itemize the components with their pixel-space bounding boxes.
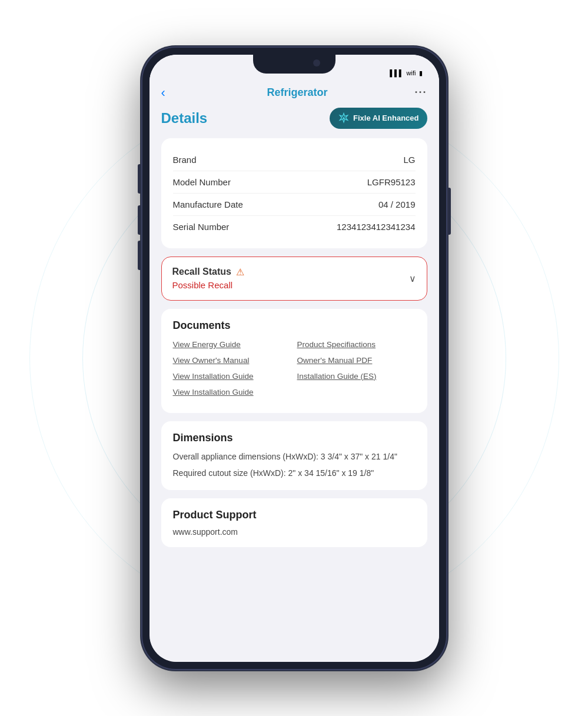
fixle-ai-icon (338, 112, 350, 124)
serial-label: Serial Number (173, 222, 230, 232)
product-support-title: Product Support (173, 509, 416, 521)
support-url[interactable]: www.support.com (173, 527, 416, 537)
dimensions-section: Dimensions Overall appliance dimensions … (161, 421, 427, 491)
brand-value: LG (403, 155, 415, 165)
detail-row-serial: Serial Number 1234123412341234 (173, 216, 416, 238)
svg-point-0 (343, 117, 344, 119)
page-title: Refrigerator (267, 86, 327, 99)
status-icons: ▌▌▌ wifi ▮ (390, 69, 422, 77)
doc-link-install-guide-1[interactable]: View Installation Guide (173, 369, 291, 383)
detail-row-model: Model Number LGFR95123 (173, 171, 416, 194)
phone-shell: ▌▌▌ wifi ▮ ‹ Refrigerator ··· Details (141, 46, 447, 670)
phone-notch (253, 55, 335, 74)
doc-link-install-guide-es[interactable]: Installation Guide (ES) (297, 369, 416, 383)
doc-link-owners-manual-pdf[interactable]: Owner's Manual PDF (297, 354, 416, 367)
content-area: Details Fixle AI Enhanced (150, 108, 439, 574)
recall-title-row: Recall Status ⚠ (172, 267, 244, 278)
brand-label: Brand (173, 155, 197, 165)
recall-chevron-icon[interactable]: ∨ (409, 273, 416, 284)
manufacture-value: 04 / 2019 (378, 199, 416, 209)
ai-enhanced-badge[interactable]: Fixle AI Enhanced (330, 108, 427, 129)
details-header: Details Fixle AI Enhanced (161, 108, 427, 129)
doc-link-owners-manual[interactable]: View Owner's Manual (173, 354, 291, 367)
back-button[interactable]: ‹ (161, 85, 180, 101)
manufacture-label: Manufacture Date (173, 199, 243, 209)
recall-title: Recall Status (172, 267, 231, 277)
detail-row-brand: Brand LG (173, 149, 416, 171)
phone-inner: ▌▌▌ wifi ▮ ‹ Refrigerator ··· Details (150, 55, 439, 662)
warning-icon: ⚠ (236, 267, 244, 278)
recall-status-text: Possible Recall (172, 280, 233, 290)
documents-grid: View Energy Guide Product Specifiactions… (173, 338, 416, 399)
screen[interactable]: ▌▌▌ wifi ▮ ‹ Refrigerator ··· Details (150, 55, 439, 662)
signal-icon: ▌▌▌ (390, 69, 403, 76)
wifi-icon: wifi (407, 69, 416, 76)
dimensions-text2: Required cutout size (HxWxD): 2" x 34 15… (173, 467, 416, 479)
doc-link-product-spec[interactable]: Product Specifiactions (297, 338, 416, 351)
recall-info: Recall Status ⚠ Possible Recall (172, 267, 244, 291)
documents-title: Documents (173, 319, 416, 332)
notch-camera (313, 59, 320, 66)
dimensions-title: Dimensions (173, 432, 416, 444)
model-value: LGFR95123 (367, 177, 416, 187)
serial-value: 1234123412341234 (337, 222, 415, 232)
more-button[interactable]: ··· (414, 86, 427, 99)
doc-link-energy[interactable]: View Energy Guide (173, 338, 291, 351)
ai-badge-label: Fixle AI Enhanced (353, 114, 419, 122)
recall-status-card[interactable]: Recall Status ⚠ Possible Recall ∨ (161, 257, 427, 301)
doc-link-empty (297, 385, 416, 399)
doc-link-install-guide-2[interactable]: View Installation Guide (173, 385, 291, 399)
detail-row-manufacture: Manufacture Date 04 / 2019 (173, 194, 416, 216)
details-card: Brand LG Model Number LGFR95123 Manufact… (161, 138, 427, 248)
dimensions-text1: Overall appliance dimensions (HxWxD): 3 … (173, 450, 416, 463)
model-label: Model Number (173, 177, 231, 187)
scene: ▌▌▌ wifi ▮ ‹ Refrigerator ··· Details (0, 0, 588, 716)
documents-section: Documents View Energy Guide Product Spec… (161, 309, 427, 413)
nav-bar: ‹ Refrigerator ··· (150, 81, 439, 108)
battery-icon: ▮ (419, 69, 423, 77)
product-support-section: Product Support www.support.com (161, 498, 427, 547)
details-section-title: Details (161, 110, 208, 126)
